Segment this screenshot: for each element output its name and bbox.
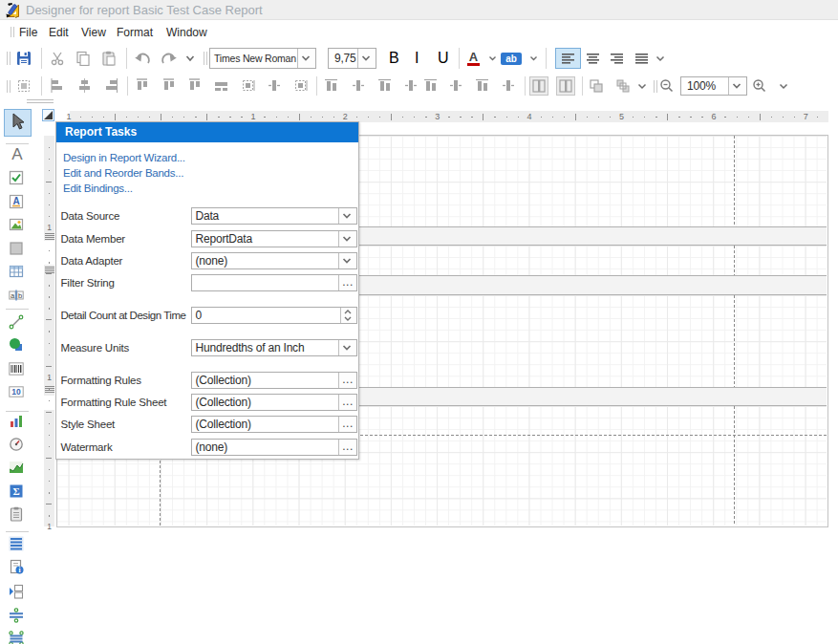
svg-text:i: i bbox=[18, 566, 20, 574]
svg-text:10: 10 bbox=[11, 387, 21, 397]
svg-text:Σ: Σ bbox=[12, 485, 19, 497]
svg-text:b: b bbox=[18, 291, 22, 300]
svg-text:A: A bbox=[12, 196, 19, 206]
